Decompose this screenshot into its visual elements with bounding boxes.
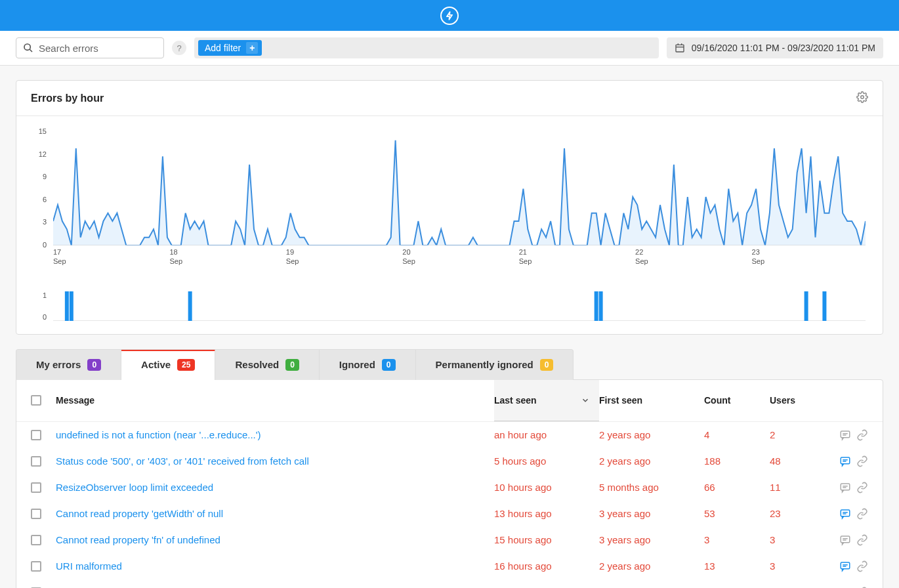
date-range-picker[interactable]: 09/16/2020 11:01 PM - 09/23/2020 11:01 P… <box>667 37 883 58</box>
link-icon[interactable] <box>856 534 868 546</box>
toolbar: ? Add filter + 09/16/2020 11:01 PM - 09/… <box>0 31 899 66</box>
table-row: Status code '500', or '403', or '401' re… <box>16 448 883 474</box>
cell-users: 48 <box>770 455 832 467</box>
chevron-down-icon <box>581 396 590 405</box>
row-checkbox[interactable] <box>31 482 41 493</box>
svg-rect-13 <box>599 291 603 321</box>
svg-rect-25 <box>841 510 850 516</box>
main-chart: 15129630 <box>31 124 868 245</box>
svg-rect-22 <box>841 484 850 490</box>
select-all-checkbox[interactable] <box>31 395 41 406</box>
tab-count-badge: 0 <box>382 359 396 371</box>
tab-count-badge: 0 <box>285 359 299 371</box>
y-axis-ticks: 15129630 <box>30 124 47 245</box>
col-count[interactable]: Count <box>704 395 770 406</box>
link-icon[interactable] <box>856 455 868 467</box>
chart-card-header: Errors by hour <box>16 81 883 116</box>
link-icon[interactable] <box>856 508 868 520</box>
svg-rect-16 <box>841 431 850 438</box>
cell-last-seen: an hour ago <box>494 429 599 440</box>
comment-icon[interactable] <box>839 429 851 441</box>
table-body: undefined is not a function (near '...e.… <box>16 422 883 589</box>
cell-count: 188 <box>704 455 770 467</box>
filter-bar: Add filter + <box>194 37 659 58</box>
cell-last-seen: 13 hours ago <box>494 508 599 519</box>
add-filter-label: Add filter <box>205 43 241 53</box>
tab-count-badge: 0 <box>87 359 101 371</box>
comment-icon[interactable] <box>839 560 851 572</box>
y-axis-ticks-2: 10 <box>30 291 47 321</box>
gear-icon[interactable] <box>856 91 868 105</box>
date-range-text: 09/16/2020 11:01 PM - 09/23/2020 11:01 P… <box>692 43 875 53</box>
row-checkbox[interactable] <box>31 430 41 440</box>
cell-first-seen: 3 years ago <box>599 508 704 519</box>
row-checkbox[interactable] <box>31 535 41 545</box>
cell-count: 66 <box>704 482 770 493</box>
row-checkbox[interactable] <box>31 456 41 467</box>
comment-icon[interactable] <box>839 534 851 546</box>
tab-active[interactable]: Active25 <box>121 349 215 380</box>
chart-area: 15129630 17Sep18Sep19Sep20Sep21Sep22Sep2… <box>16 116 883 334</box>
link-icon[interactable] <box>856 560 868 572</box>
errors-table: Message Last seen First seen Count Users… <box>16 379 883 589</box>
link-icon[interactable] <box>856 482 868 494</box>
cell-last-seen: 10 hours ago <box>494 482 599 493</box>
error-message-link[interactable]: Status code '500', or '403', or '401' re… <box>56 455 309 467</box>
tab-permanently-ignored[interactable]: Permanently ignored0 <box>416 350 574 380</box>
tab-label: Active <box>141 359 171 370</box>
cell-count: 53 <box>704 508 770 519</box>
tab-my-errors[interactable]: My errors0 <box>16 350 121 380</box>
tab-ignored[interactable]: Ignored0 <box>320 350 416 380</box>
error-message-link[interactable]: Cannot read property 'fn' of undefined <box>56 534 220 545</box>
cell-count: 4 <box>704 429 770 440</box>
cell-first-seen: 2 years ago <box>599 455 704 467</box>
help-button[interactable]: ? <box>172 41 186 55</box>
table-row: undefined is not a function (near '...e.… <box>16 422 883 448</box>
svg-line-1 <box>30 49 32 52</box>
search-box[interactable] <box>16 37 164 58</box>
table-row: ResizeObserver loop limit exceeded10 hou… <box>16 474 883 501</box>
cell-users: 23 <box>770 508 832 519</box>
svg-rect-9 <box>65 291 69 321</box>
secondary-chart: 10 <box>31 291 868 321</box>
cell-count: 13 <box>704 560 770 572</box>
plus-icon: + <box>246 42 258 54</box>
top-bar <box>0 0 899 31</box>
table-row: d.map is not a function16 hours ago7 mon… <box>16 579 883 589</box>
svg-rect-2 <box>676 45 684 52</box>
tab-resolved[interactable]: Resolved0 <box>215 350 319 380</box>
comment-icon[interactable] <box>839 455 851 467</box>
svg-rect-19 <box>841 457 850 464</box>
search-input[interactable] <box>33 43 163 54</box>
cell-first-seen: 3 years ago <box>599 534 704 545</box>
col-first-seen[interactable]: First seen <box>599 395 704 406</box>
svg-rect-31 <box>841 562 850 569</box>
svg-rect-15 <box>822 291 826 321</box>
cell-last-seen: 16 hours ago <box>494 560 599 572</box>
row-checkbox[interactable] <box>31 509 41 519</box>
table-row: URI malformed16 hours ago2 years ago133 <box>16 553 883 579</box>
error-tabs: My errors0Active25Resolved0Ignored0Perma… <box>16 349 574 380</box>
error-message-link[interactable]: Cannot read property 'getWidth' of null <box>56 508 223 519</box>
chart-card: Errors by hour 15129630 17Sep18Sep19Sep2… <box>16 80 883 335</box>
link-icon[interactable] <box>856 429 868 441</box>
cell-first-seen: 2 years ago <box>599 560 704 572</box>
svg-point-0 <box>24 44 30 50</box>
table-row: Cannot read property 'getWidth' of null1… <box>16 501 883 527</box>
col-message[interactable]: Message <box>56 395 494 406</box>
comment-icon[interactable] <box>839 508 851 520</box>
error-message-link[interactable]: URI malformed <box>56 560 122 572</box>
error-message-link[interactable]: ResizeObserver loop limit exceeded <box>56 482 213 493</box>
col-last-seen[interactable]: Last seen <box>494 380 599 421</box>
table-row: Cannot read property 'fn' of undefined15… <box>16 527 883 553</box>
row-checkbox[interactable] <box>31 561 41 572</box>
cell-first-seen: 2 years ago <box>599 429 704 440</box>
add-filter-button[interactable]: Add filter + <box>198 40 262 56</box>
cell-users: 11 <box>770 482 832 493</box>
error-message-link[interactable]: undefined is not a function (near '...e.… <box>56 429 261 440</box>
col-users[interactable]: Users <box>770 395 832 406</box>
comment-icon[interactable] <box>839 482 851 494</box>
svg-rect-12 <box>595 291 598 321</box>
chart-title: Errors by hour <box>31 93 104 104</box>
cell-users: 3 <box>770 534 832 545</box>
